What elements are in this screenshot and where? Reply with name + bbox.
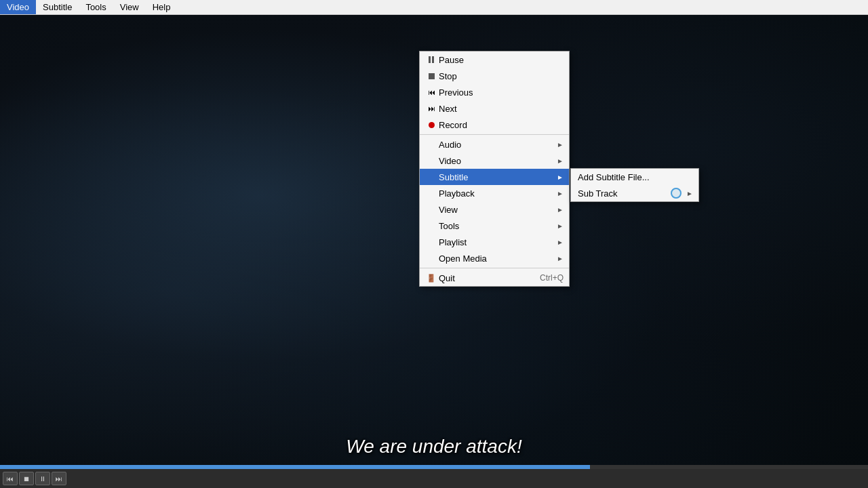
menu-item-record[interactable]: Record: [420, 117, 569, 133]
sub-track-arrow: ►: [686, 190, 693, 197]
pause-icon: [424, 56, 439, 63]
menu-item-view[interactable]: View ►: [420, 201, 569, 218]
ctrl-pause[interactable]: ⏸: [35, 472, 50, 485]
menu-item-video[interactable]: Video ►: [420, 152, 569, 169]
audio-arrow: ►: [557, 141, 564, 148]
menu-item-next[interactable]: ⏭ Next: [420, 100, 569, 117]
submenu-add-subtitle[interactable]: Add Subtitle File...: [571, 169, 698, 185]
menu-item-quit[interactable]: 🚪 Quit Ctrl+Q: [420, 270, 569, 286]
tools-arrow: ►: [557, 222, 564, 230]
playback-arrow: ►: [557, 190, 564, 197]
quit-icon: 🚪: [424, 274, 439, 283]
menu-label-view: View: [439, 205, 557, 215]
subtitle-arrow: ►: [557, 174, 564, 181]
menu-label-next: Next: [439, 104, 564, 114]
ctrl-next[interactable]: ⏭: [52, 472, 66, 485]
menu-item-pause[interactable]: Pause: [420, 52, 569, 68]
subtitle-display: We are under attack!: [0, 436, 868, 458]
menubar-video[interactable]: Video: [0, 0, 36, 14]
menu-label-open-media: Open Media: [439, 253, 557, 264]
record-icon: [424, 122, 439, 128]
menu-label-tools: Tools: [439, 221, 557, 231]
menubar-subtitle[interactable]: Subtitle: [36, 0, 79, 14]
menu-item-playlist[interactable]: Playlist ►: [420, 234, 569, 250]
controls-bar: ⏮ ⏹ ⏸ ⏭: [0, 469, 868, 488]
ctrl-stop[interactable]: ⏹: [19, 472, 34, 485]
stop-icon: [424, 73, 439, 79]
open-media-arrow: ►: [557, 255, 564, 262]
ctrl-prev[interactable]: ⏮: [3, 472, 18, 485]
separator-2: [420, 268, 569, 268]
menubar-view[interactable]: View: [113, 0, 146, 14]
separator-1: [420, 134, 569, 135]
menubar: Video Subtitle Tools View Help: [0, 0, 868, 15]
menu-item-stop[interactable]: Stop: [420, 68, 569, 84]
menu-label-playlist: Playlist: [439, 237, 557, 247]
playlist-arrow: ►: [557, 239, 564, 246]
menu-label-previous: Previous: [439, 87, 564, 98]
previous-icon: ⏮: [424, 88, 439, 96]
menu-item-playback[interactable]: Playback ►: [420, 185, 569, 201]
context-menu: Pause Stop ⏮ Previous ⏭ Next Record Audi…: [419, 51, 570, 287]
menubar-help[interactable]: Help: [146, 0, 178, 14]
menu-label-playback: Playback: [439, 188, 557, 199]
video-arrow: ►: [557, 157, 564, 165]
submenu-sub-track[interactable]: Sub Track ►: [571, 185, 698, 201]
menu-item-open-media[interactable]: Open Media ►: [420, 250, 569, 266]
menu-label-quit: Quit: [439, 273, 540, 283]
subtitle-submenu: Add Subtitle File... Sub Track ►: [570, 168, 699, 202]
quit-shortcut: Ctrl+Q: [540, 273, 564, 283]
next-icon: ⏭: [424, 104, 439, 113]
menu-item-previous[interactable]: ⏮ Previous: [420, 84, 569, 100]
menu-label-subtitle: Subtitle: [439, 172, 557, 182]
menu-label-pause: Pause: [439, 55, 564, 65]
menu-label-video: Video: [439, 156, 557, 166]
menu-item-subtitle[interactable]: Subtitle ► Add Subtitle File... Sub Trac…: [420, 169, 569, 185]
cursor-indicator: [671, 188, 682, 199]
menu-item-audio[interactable]: Audio ►: [420, 136, 569, 152]
menu-label-stop: Stop: [439, 71, 564, 81]
menu-item-tools[interactable]: Tools ►: [420, 218, 569, 234]
menu-label-record: Record: [439, 120, 564, 130]
submenu-label-add-subtitle: Add Subtitle File...: [578, 172, 650, 182]
menubar-tools[interactable]: Tools: [79, 0, 113, 14]
view-arrow: ►: [557, 206, 564, 214]
menu-label-audio: Audio: [439, 140, 557, 150]
